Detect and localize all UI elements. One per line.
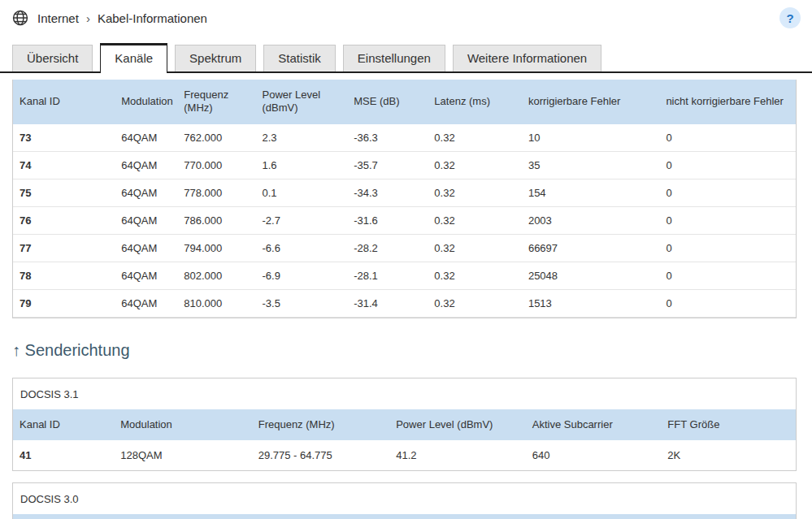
table-cell: 770.000 <box>177 151 255 179</box>
table-row: 41128QAM29.775 - 64.77541.26402K <box>13 440 796 470</box>
downstream-table-body: 7364QAM762.0002.3-36.30.321007464QAM770.… <box>13 124 796 318</box>
table-cell: -28.2 <box>347 234 428 262</box>
breadcrumb-internet[interactable]: Internet <box>37 11 79 25</box>
table-cell: 64QAM <box>115 289 177 317</box>
table-cell: 0.32 <box>428 124 522 152</box>
table-cell: 0.32 <box>428 289 522 317</box>
column-header: Multiplex-Verfahren <box>526 514 796 519</box>
table-cell: 75 <box>13 179 115 206</box>
table-cell: 154 <box>522 179 659 206</box>
table-cell: -31.6 <box>347 206 428 234</box>
table-cell: 78 <box>13 262 115 289</box>
table-cell: 10 <box>522 124 659 152</box>
table-row: 7964QAM810.000-3.5-31.40.3215130 <box>13 289 796 317</box>
table-cell: 0 <box>659 262 796 289</box>
column-header: FFT Größe <box>661 409 796 440</box>
breadcrumb: Internet › Kabel-Informationen <box>37 11 207 25</box>
header-row: Kanal IDModulationFrequenz (MHz)Power Le… <box>13 80 796 124</box>
help-button[interactable]: ? <box>779 7 801 28</box>
table-cell: 802.000 <box>177 262 255 289</box>
table-row: 7764QAM794.000-6.6-28.20.32666970 <box>13 234 796 262</box>
table-cell: 66697 <box>522 234 659 262</box>
globe-icon <box>11 9 29 27</box>
downstream-table-box: Kanal IDModulationFrequenz (MHz)Power Le… <box>12 80 797 318</box>
table-cell: 640 <box>526 440 662 470</box>
column-header: Power Level (dBmV) <box>389 409 526 440</box>
docsis30-box: DOCSIS 3.0 Kanal IDModulationFrequenz (M… <box>12 482 797 519</box>
tab-weitere-informationen[interactable]: Weitere Informationen <box>453 45 601 71</box>
docsis30-table: Kanal IDModulationFrequenz (MHz)Power Le… <box>13 514 796 519</box>
tab-kanaele[interactable]: Kanäle <box>100 43 167 73</box>
table-cell: 25048 <box>522 262 659 289</box>
table-row: 7564QAM778.0000.1-34.30.321540 <box>13 179 796 206</box>
table-cell: 0 <box>659 124 796 152</box>
column-header: Modulation <box>115 80 177 124</box>
table-cell: -6.9 <box>256 262 348 289</box>
table-cell: 41.2 <box>389 440 526 470</box>
column-header: Modulation <box>114 514 251 519</box>
table-cell: 74 <box>13 151 115 179</box>
table-cell: 64QAM <box>115 206 177 234</box>
breadcrumb-kabel-informationen: Kabel-Informationen <box>98 11 207 25</box>
table-cell: 0.32 <box>428 206 522 234</box>
tab-einstellungen[interactable]: Einstellungen <box>343 45 445 71</box>
table-cell: 0.32 <box>428 234 522 262</box>
table-cell: 41 <box>13 440 114 470</box>
table-row: 7664QAM786.000-2.7-31.60.3220030 <box>13 206 796 234</box>
senderichtung-heading: ↑ Senderichtung <box>12 341 797 360</box>
column-header: Frequenz (MHz) <box>177 80 255 124</box>
table-cell: 0.32 <box>428 262 522 289</box>
table-cell: 64QAM <box>115 151 177 179</box>
table-cell: 794.000 <box>177 234 255 262</box>
table-cell: 0 <box>659 151 796 179</box>
column-header: Power Level (dBmV) <box>256 80 348 124</box>
table-cell: 2003 <box>522 206 659 234</box>
table-cell: 0 <box>659 179 796 206</box>
column-header: Latenz (ms) <box>428 80 522 124</box>
table-cell: 128QAM <box>114 440 251 470</box>
header-row: Kanal IDModulationFrequenz (MHz)Power Le… <box>13 514 796 519</box>
table-cell: 810.000 <box>177 289 255 317</box>
tab-statistik[interactable]: Statistik <box>263 45 336 71</box>
column-header: Kanal ID <box>13 409 114 440</box>
table-cell: 0 <box>659 289 796 317</box>
table-cell: 0.1 <box>256 179 348 206</box>
column-header: nicht korrigierbare Fehler <box>659 80 796 124</box>
table-cell: 73 <box>13 124 115 152</box>
table-cell: 0 <box>659 206 796 234</box>
table-cell: 2.3 <box>256 124 348 152</box>
tab-spektrum[interactable]: Spektrum <box>175 45 256 71</box>
column-header: Kanal ID <box>13 80 115 124</box>
table-cell: 35 <box>522 151 659 179</box>
table-cell: 2K <box>661 440 796 470</box>
docsis31-table-body: 41128QAM29.775 - 64.77541.26402K <box>13 440 796 470</box>
table-cell: -34.3 <box>347 179 428 206</box>
docsis31-label: DOCSIS 3.1 <box>13 378 796 409</box>
table-cell: -3.5 <box>256 289 348 317</box>
table-cell: 64QAM <box>115 124 177 152</box>
table-cell: 64QAM <box>115 262 177 289</box>
table-cell: 0.32 <box>428 179 522 206</box>
top-bar: Internet › Kabel-Informationen ? <box>0 0 812 36</box>
column-header: Power Level (dBmV) <box>389 514 526 519</box>
table-cell: 762.000 <box>177 124 255 152</box>
column-header: korrigierbare Fehler <box>522 80 659 124</box>
docsis31-table-header: Kanal IDModulationFrequenz (MHz)Power Le… <box>13 409 796 440</box>
table-cell: 64QAM <box>115 179 177 206</box>
tab-bar: Übersicht Kanäle Spektrum Statistik Eins… <box>0 36 812 73</box>
table-cell: 79 <box>13 289 115 317</box>
header-row: Kanal IDModulationFrequenz (MHz)Power Le… <box>13 409 796 440</box>
main-content: Kanal IDModulationFrequenz (MHz)Power Le… <box>0 80 812 519</box>
table-cell: -35.7 <box>347 151 428 179</box>
table-cell: 77 <box>13 234 115 262</box>
table-cell: 1513 <box>522 289 659 317</box>
column-header: Modulation <box>114 409 251 440</box>
table-cell: 778.000 <box>177 179 255 206</box>
column-header: Frequenz (MHz) <box>252 514 389 519</box>
docsis30-table-header: Kanal IDModulationFrequenz (MHz)Power Le… <box>13 514 796 519</box>
tab-uebersicht[interactable]: Übersicht <box>12 45 93 71</box>
docsis31-box: DOCSIS 3.1 Kanal IDModulationFrequenz (M… <box>12 378 797 471</box>
table-cell: 786.000 <box>177 206 255 234</box>
table-cell: 0.32 <box>428 151 522 179</box>
docsis31-table: Kanal IDModulationFrequenz (MHz)Power Le… <box>13 409 796 470</box>
